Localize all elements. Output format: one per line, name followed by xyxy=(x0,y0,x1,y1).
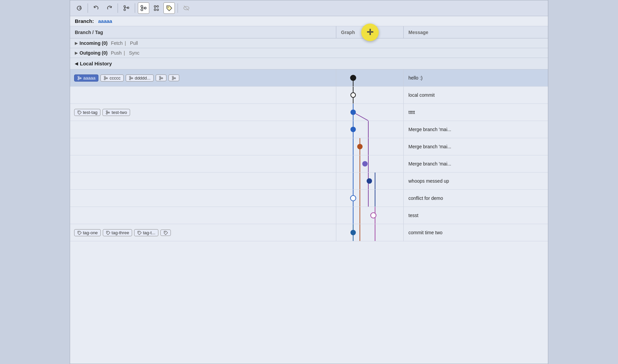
commit-row-6[interactable]: Merge branch 'mai... xyxy=(70,155,548,173)
commit-tags-4 xyxy=(70,121,336,138)
incoming-toggle[interactable]: ▶ xyxy=(75,41,78,46)
svg-point-14 xyxy=(168,7,169,8)
svg-point-34 xyxy=(172,79,174,80)
branch-badge-ddddd[interactable]: ddddd... xyxy=(126,74,154,82)
commit-graph-7 xyxy=(336,173,404,189)
commit-tags-3: test-tag test-two xyxy=(70,104,336,121)
column-headers: Branch / Tag Graph ✛ Message xyxy=(70,26,548,38)
commit-message-4: Merge branch 'mai... xyxy=(404,121,548,138)
hide-btn[interactable] xyxy=(181,2,192,14)
branch-badge-aaaaa[interactable]: aaaaa xyxy=(74,74,98,82)
commit-graph-2 xyxy=(336,87,404,103)
svg-point-29 xyxy=(159,76,161,78)
svg-point-18 xyxy=(78,79,79,80)
branch-badge-icon-1[interactable] xyxy=(156,74,166,81)
commit-message-1: hello :) xyxy=(404,69,548,86)
svg-point-4 xyxy=(141,5,143,7)
commit-message-8: conflict for demo xyxy=(404,190,548,207)
push-link[interactable]: Push xyxy=(111,50,122,56)
commit-row-5[interactable]: Merge branch 'mai... xyxy=(70,138,548,155)
sync-link[interactable]: Sync xyxy=(129,50,140,56)
fetch-all-btn[interactable] xyxy=(151,2,162,14)
commit-message-9: tesst xyxy=(404,207,548,224)
commit-message-10: commit time two xyxy=(404,224,548,241)
undo-btn[interactable] xyxy=(91,2,102,14)
svg-point-5 xyxy=(141,9,143,11)
svg-point-11 xyxy=(157,9,159,11)
commit-graph-10 xyxy=(336,224,404,241)
svg-point-69 xyxy=(350,195,356,201)
col-header-branch-tag: Branch / Tag xyxy=(70,26,336,38)
redo-btn[interactable] xyxy=(103,2,115,14)
refresh-btn[interactable] xyxy=(73,2,85,14)
separator-3 xyxy=(135,3,135,13)
commit-row-2[interactable]: local commit xyxy=(70,87,548,104)
svg-point-51 xyxy=(350,127,356,132)
branch-label: Branch: xyxy=(75,18,94,24)
svg-point-1 xyxy=(124,9,126,11)
col-header-graph: Graph ✛ xyxy=(336,26,404,38)
commit-graph-btn[interactable] xyxy=(138,2,149,14)
branch-badge-ccccc[interactable]: ccccc xyxy=(100,74,124,82)
commit-row-10[interactable]: tag-one tag-three xyxy=(70,224,548,241)
svg-point-48 xyxy=(350,110,356,115)
tag-badge-tag-three[interactable]: tag-three xyxy=(103,229,132,236)
commit-row-8[interactable]: conflict for demo xyxy=(70,190,548,207)
svg-point-41 xyxy=(79,111,79,112)
commit-graph-4 xyxy=(336,121,404,138)
svg-point-9 xyxy=(157,6,159,7)
outgoing-section: ▶ Outgoing (0) Push | Sync xyxy=(70,48,548,58)
commit-graph-1 xyxy=(336,69,404,86)
pull-link[interactable]: Pull xyxy=(130,40,138,46)
incoming-section: ▶ Incoming (0) Fetch | Pull xyxy=(70,38,548,48)
main-window: Branch: aaaaa Branch / Tag Graph ✛ Messa… xyxy=(70,0,548,364)
svg-point-33 xyxy=(172,76,174,78)
commit-graph-3 xyxy=(336,104,404,121)
svg-point-17 xyxy=(78,76,79,78)
commit-tags-6 xyxy=(70,155,336,172)
svg-point-42 xyxy=(106,111,107,112)
separator-2 xyxy=(118,3,118,13)
toolbar xyxy=(70,0,548,16)
commit-graph-6 xyxy=(336,155,404,172)
commit-rows-container: aaaaa ccccc xyxy=(70,69,548,241)
commit-message-5: Merge branch 'mai... xyxy=(404,138,548,155)
commit-row-4[interactable]: Merge branch 'mai... xyxy=(70,121,548,138)
tag-badge-tag-one[interactable]: tag-one xyxy=(74,229,101,236)
branch-badge-test-two[interactable]: test-two xyxy=(102,109,130,116)
commit-row-1[interactable]: aaaaa ccccc xyxy=(70,69,548,87)
fetch-link[interactable]: Fetch xyxy=(111,40,123,46)
tag-badge-icon-extra[interactable] xyxy=(160,230,171,236)
col-header-message: Message xyxy=(404,26,548,38)
branch-name-value: aaaaa xyxy=(98,18,112,24)
svg-point-59 xyxy=(362,161,368,166)
svg-point-75 xyxy=(107,232,108,232)
svg-point-21 xyxy=(104,76,105,78)
branch-btn[interactable] xyxy=(121,2,132,14)
outgoing-toggle[interactable]: ▶ xyxy=(75,51,78,55)
svg-point-26 xyxy=(129,79,131,80)
commit-row-9[interactable]: tesst xyxy=(70,207,548,224)
commit-message-2: local commit xyxy=(404,87,548,103)
tag-badge-test-tag[interactable]: test-tag xyxy=(74,109,100,116)
commit-tags-10: tag-one tag-three xyxy=(70,224,336,241)
svg-point-55 xyxy=(357,144,363,149)
svg-point-25 xyxy=(129,76,131,78)
branch-badge-icon-2[interactable] xyxy=(168,74,179,81)
svg-point-74 xyxy=(79,232,79,232)
commit-tags-9 xyxy=(70,207,336,224)
commit-graph-5 xyxy=(336,138,404,155)
local-history-toggle[interactable]: ◀ xyxy=(75,61,78,66)
incoming-label: Incoming (0) xyxy=(80,40,107,46)
tag-badge-tag-t[interactable]: tag-t... xyxy=(134,229,158,236)
svg-point-40 xyxy=(351,93,356,97)
tag-btn[interactable] xyxy=(163,2,175,14)
commit-tags-5 xyxy=(70,138,336,155)
local-history-label: Local History xyxy=(80,61,112,66)
commits-section: aaaaa ccccc xyxy=(70,69,548,364)
svg-point-64 xyxy=(367,178,372,184)
graph-cursor-indicator: ✛ xyxy=(361,24,379,41)
commit-row-7[interactable]: whoops messed up xyxy=(70,173,548,190)
commit-message-3: ttttt xyxy=(404,104,548,121)
commit-row-3[interactable]: test-tag test-two xyxy=(70,104,548,121)
